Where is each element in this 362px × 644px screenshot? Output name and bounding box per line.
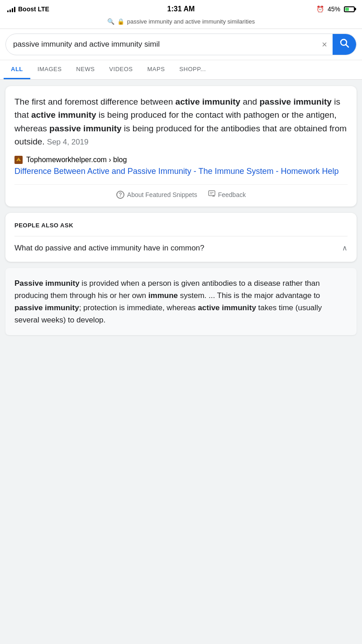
search-bar-container: passive immunity and active immunity sim… (0, 29, 362, 60)
search-bar[interactable]: passive immunity and active immunity sim… (5, 34, 357, 55)
paa-answer-box: Passive immunity is provided when a pers… (5, 268, 357, 336)
snippet-date: Sep 4, 2019 (47, 138, 89, 146)
featured-snippet-card: The first and foremost difference betwee… (5, 86, 357, 207)
battery-icon (344, 6, 355, 12)
tab-news[interactable]: NEWS (69, 60, 102, 79)
feedback-button[interactable]: Feedback (208, 190, 246, 199)
status-time: 1:31 AM (167, 5, 195, 13)
carrier-name: Boost LTE (18, 5, 49, 13)
tab-shopping[interactable]: SHOPP... (172, 60, 213, 79)
status-left: Boost LTE (7, 5, 49, 13)
paa-title: PEOPLE ALSO ASK (14, 222, 348, 229)
battery-fill (345, 8, 349, 11)
status-right: ⏰ 45% (316, 5, 355, 13)
paa-question-row[interactable]: What do passive and active immunity have… (14, 236, 348, 260)
tab-all[interactable]: ALL (4, 60, 30, 79)
search-small-icon: 🔍 (107, 18, 114, 25)
search-query-text: passive immunity and active immunity sim… (13, 40, 160, 49)
question-icon: ? (116, 191, 124, 199)
svg-rect-4 (209, 191, 215, 196)
search-tabs: ALL IMAGES NEWS VIDEOS MAPS SHOPP... (0, 60, 362, 80)
paa-answer-text: Passive immunity is provided when a pers… (14, 277, 348, 327)
snippet-body: The first and foremost difference betwee… (14, 95, 348, 149)
search-input[interactable]: passive immunity and active immunity sim… (6, 40, 316, 49)
search-magnify-icon (339, 38, 350, 51)
alarm-icon: ⏰ (316, 5, 324, 13)
feedback-label: Feedback (218, 191, 246, 198)
signal-bar-4 (14, 7, 15, 12)
source-breadcrumb: Tophomeworkhelper.com › blog (26, 156, 127, 164)
snippet-link[interactable]: Difference Between Active and Passive Im… (14, 166, 348, 177)
about-snippets-label: About Featured Snippets (127, 191, 197, 198)
clear-icon: × (322, 39, 327, 50)
signal-bar-2 (10, 10, 11, 12)
about-featured-snippets-button[interactable]: ? About Featured Snippets (116, 191, 197, 199)
search-clear-button[interactable]: × (316, 39, 333, 50)
url-text: passive immunity and active immunity sim… (127, 18, 255, 25)
signal-bar-3 (12, 8, 13, 12)
people-also-ask-section: PEOPLE ALSO ASK What do passive and acti… (5, 213, 357, 262)
svg-rect-3 (18, 160, 19, 162)
feedback-icon (208, 190, 215, 199)
battery-percent: 45% (328, 5, 340, 13)
tab-videos[interactable]: VIDEOS (102, 60, 140, 79)
svg-line-1 (346, 45, 349, 48)
lock-icon: 🔒 (117, 18, 124, 25)
paa-chevron-icon: ∧ (342, 244, 348, 252)
status-bar: Boost LTE 1:31 AM ⏰ 45% (0, 0, 362, 16)
signal-bar-1 (7, 10, 9, 12)
url-display: 🔍 🔒 passive immunity and active immunity… (5, 18, 357, 25)
paa-question-text: What do passive and active immunity have… (14, 243, 342, 254)
tab-maps[interactable]: MAPS (140, 60, 172, 79)
snippet-footer: ? About Featured Snippets Feedback (14, 184, 348, 199)
source-favicon (14, 156, 23, 164)
signal-bars (7, 6, 15, 12)
snippet-source: Tophomeworkhelper.com › blog (14, 156, 348, 164)
tab-images[interactable]: IMAGES (30, 60, 69, 79)
search-submit-button[interactable] (333, 34, 356, 55)
url-bar-area[interactable]: 🔍 🔒 passive immunity and active immunity… (0, 16, 362, 29)
